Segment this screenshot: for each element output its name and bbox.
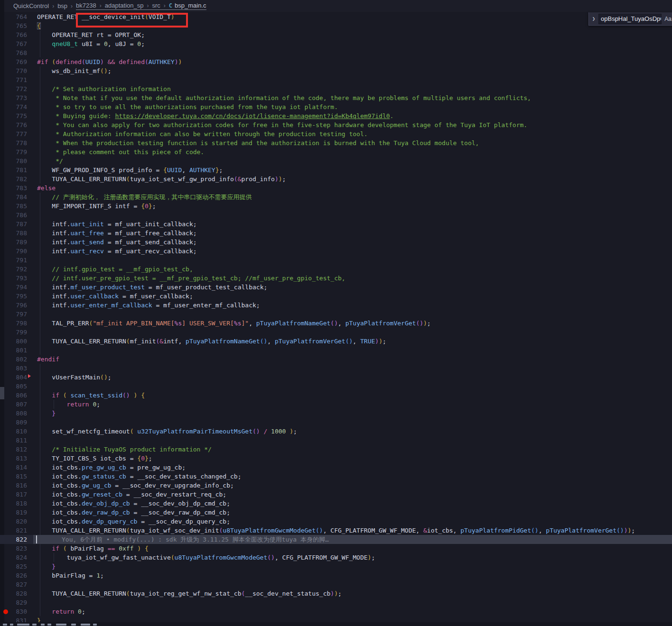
- line-number[interactable]: 824: [0, 553, 27, 562]
- code-line-823[interactable]: 823 if ( bPairFlag == 0xff ) {: [0, 544, 672, 553]
- line-number[interactable]: 798: [0, 319, 27, 328]
- breadcrumb-item-quickcontrol[interactable]: QuickControl: [13, 2, 49, 9]
- code-line-776[interactable]: 776 * You can also apply for two authori…: [0, 120, 672, 129]
- line-number[interactable]: 768: [0, 48, 27, 57]
- code-line-822[interactable]: 822You, 6个月前 • modify(...) : sdk 升级为 3.1…: [0, 535, 672, 544]
- line-number[interactable]: 813: [0, 454, 27, 463]
- code-line-801[interactable]: 801: [0, 346, 672, 355]
- line-number[interactable]: 790: [0, 247, 27, 256]
- line-number[interactable]: 807: [0, 400, 27, 409]
- code-line-795[interactable]: 795 intf.user_callback = mf_user_callbac…: [0, 292, 672, 301]
- code-line-773[interactable]: 773 * Note that if you use the default a…: [0, 93, 672, 102]
- code-line-790[interactable]: 790 intf.uart_recv = mf_uart_recv_callba…: [0, 247, 672, 256]
- code-line-812[interactable]: 812 /* Initialize TuyaOS product informa…: [0, 445, 672, 454]
- line-number[interactable]: 774: [0, 102, 27, 111]
- line-number[interactable]: 776: [0, 120, 27, 129]
- code-line-789[interactable]: 789 intf.uart_send = mf_uart_send_callba…: [0, 238, 672, 247]
- code-line-780[interactable]: 780 */: [0, 156, 672, 166]
- line-number[interactable]: 794: [0, 283, 27, 292]
- status-bar-icon[interactable]: [10, 624, 13, 626]
- code-line-778[interactable]: 778 * When the production testing functi…: [0, 138, 672, 147]
- code-line-803[interactable]: 803: [0, 364, 672, 373]
- line-number[interactable]: 786: [0, 211, 27, 220]
- line-number[interactable]: 770: [0, 66, 27, 75]
- code-line-775[interactable]: 775 * Buying guide: https://developer.tu…: [0, 111, 672, 120]
- code-line-798[interactable]: 798 TAL_PR_ERR("mf_init APP_BIN_NAME[%s]…: [0, 319, 672, 328]
- code-line-802[interactable]: 802#endif: [0, 355, 672, 364]
- line-number[interactable]: 792: [0, 265, 27, 274]
- code-line-809[interactable]: 809: [0, 418, 672, 427]
- code-editor[interactable]: 764OPERATE_RET __soc_device_init(VOID_T)…: [0, 12, 672, 626]
- code-line-781[interactable]: 781 WF_GW_PROD_INFO_S prod_info = {UUID,…: [0, 166, 672, 175]
- code-line-816[interactable]: 816 iot_cbs.gw_ug_cb = __soc_dev_rev_upg…: [0, 481, 672, 490]
- line-number[interactable]: 816: [0, 481, 27, 490]
- line-number[interactable]: 826: [0, 571, 27, 580]
- breadcrumb-item-src[interactable]: src: [152, 2, 160, 9]
- code-line-787[interactable]: 787 intf.uart_init = mf_uart_init_callba…: [0, 220, 672, 229]
- code-line-810[interactable]: 810 set_wf_netcfg_timeout( u32TuyaPlatfr…: [0, 427, 672, 436]
- line-number[interactable]: 828: [0, 589, 27, 598]
- line-number[interactable]: 806: [0, 391, 27, 400]
- line-number[interactable]: 771: [0, 75, 27, 84]
- code-line-808[interactable]: 808 }: [0, 409, 672, 418]
- code-line-817[interactable]: 817 iot_cbs.gw_reset_cb = __soc_dev_rest…: [0, 490, 672, 499]
- code-line-770[interactable]: 770 ws_db_init_mf();: [0, 66, 672, 75]
- line-number[interactable]: 802: [0, 355, 27, 364]
- code-line-774[interactable]: 774 * so try to use all the authorizatio…: [0, 102, 672, 111]
- code-line-784[interactable]: 784 // 产测初始化， 注册函数需要应用实现，其中串口驱动不需要应用提供: [0, 193, 672, 202]
- chevron-expand-icon[interactable]: ❯: [589, 16, 598, 22]
- line-number[interactable]: 777: [0, 129, 27, 138]
- breadcrumb-file-name[interactable]: bsp_main.c: [175, 2, 206, 9]
- line-number[interactable]: 791: [0, 256, 27, 265]
- code-line-813[interactable]: 813 TY_IOT_CBS_S iot_cbs = {0};: [0, 454, 672, 463]
- status-bar-icon[interactable]: [71, 624, 76, 626]
- line-number[interactable]: 772: [0, 84, 27, 93]
- line-number[interactable]: 818: [0, 499, 27, 508]
- line-number[interactable]: 775: [0, 111, 27, 120]
- code-line-766[interactable]: 766 OPERATE_RET rt = OPRT_OK;: [0, 30, 672, 39]
- code-line-818[interactable]: 818 iot_cbs.dev_obj_dp_cb = __soc_dev_ob…: [0, 499, 672, 508]
- line-number[interactable]: 788: [0, 229, 27, 238]
- line-number[interactable]: 796: [0, 301, 27, 310]
- code-line-794[interactable]: 794 intf.mf_user_product_test = mf_user_…: [0, 283, 672, 292]
- code-line-800[interactable]: 800 TUYA_CALL_ERR_RETURN(mf_init(&intf, …: [0, 337, 672, 346]
- code-line-830[interactable]: 830 return 0;: [0, 607, 672, 616]
- line-number[interactable]: 767: [0, 39, 27, 48]
- line-number[interactable]: 764: [0, 12, 27, 21]
- line-number[interactable]: 817: [0, 490, 27, 499]
- code-line-807[interactable]: 807 return 0;: [0, 400, 672, 409]
- line-number[interactable]: 800: [0, 337, 27, 346]
- code-line-771[interactable]: 771: [0, 75, 672, 84]
- status-bar-icon[interactable]: [47, 624, 51, 626]
- line-number[interactable]: 804: [0, 373, 27, 382]
- line-number[interactable]: 793: [0, 274, 27, 283]
- line-number[interactable]: 814: [0, 463, 27, 472]
- code-line-799[interactable]: 799: [0, 328, 672, 337]
- status-bar-icon[interactable]: [32, 624, 37, 626]
- line-number[interactable]: 827: [0, 580, 27, 589]
- code-line-826[interactable]: 826 bPairFlag = 1;: [0, 571, 672, 580]
- code-line-779[interactable]: 779 * please comment out this piece of c…: [0, 147, 672, 156]
- line-number[interactable]: 799: [0, 328, 27, 337]
- code-line-765[interactable]: 765{: [0, 21, 672, 30]
- code-line-783[interactable]: 783#else: [0, 184, 672, 193]
- code-line-782[interactable]: 782 TUYA_CALL_ERR_RETURN(tuya_iot_set_wf…: [0, 175, 672, 184]
- code-line-797[interactable]: 797: [0, 310, 672, 319]
- code-line-824[interactable]: 824 tuya_iot_wf_gw_fast_unactive(u8TuyaP…: [0, 553, 672, 562]
- code-line-806[interactable]: 806 if ( scan_test_ssid() ) {: [0, 391, 672, 400]
- line-number[interactable]: 815: [0, 472, 27, 481]
- line-number[interactable]: 781: [0, 166, 27, 175]
- breadcrumb-item-bk7238[interactable]: bk7238: [76, 2, 96, 9]
- find-widget[interactable]: ❯ opBspHal_TuyaOsDpC Aa: [588, 12, 672, 26]
- code-line-777[interactable]: 777 * Authorization information can also…: [0, 129, 672, 138]
- code-line-815[interactable]: 815 iot_cbs.gw_status_cb = __soc_dev_sta…: [0, 472, 672, 481]
- line-number[interactable]: 825: [0, 562, 27, 571]
- line-number[interactable]: 783: [0, 184, 27, 193]
- breadcrumb-item-bsp[interactable]: bsp: [57, 2, 67, 9]
- line-number[interactable]: 808: [0, 409, 27, 418]
- line-number[interactable]: 812: [0, 445, 27, 454]
- line-number[interactable]: 795: [0, 292, 27, 301]
- code-line-819[interactable]: 819 iot_cbs.dev_raw_dp_cb = __soc_dev_ra…: [0, 508, 672, 517]
- code-line-829[interactable]: 829: [0, 598, 672, 607]
- line-number[interactable]: 769: [0, 57, 27, 66]
